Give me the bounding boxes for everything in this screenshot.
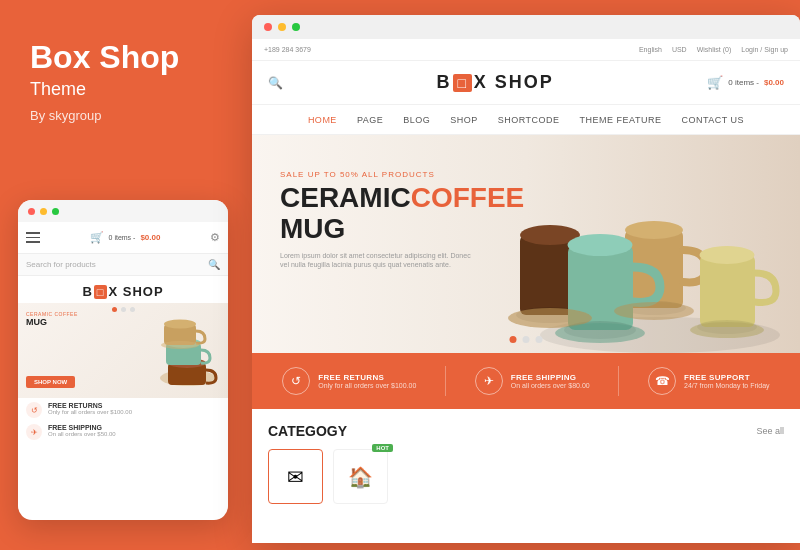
browser-mockup: +189 284 3679 English USD Wishlist (0) L… [252, 15, 800, 543]
hero-dot-1[interactable] [510, 336, 517, 343]
gear-icon[interactable]: ⚙ [210, 231, 220, 244]
hero-banner: SALE UP TO 50% ALL PRODUCTS CERAMICCOFFE… [252, 135, 800, 353]
svg-point-19 [700, 246, 755, 264]
hamburger-icon[interactable] [26, 232, 40, 243]
features-bar: ↺ FREE RETURNS Only for all orders over … [252, 353, 800, 409]
mobile-search-placeholder: Search for products [26, 260, 96, 269]
mobile-search-bar: Search for products 🔍 [18, 254, 228, 276]
mobile-cart-text: 0 items - [109, 234, 136, 241]
utility-bar: +189 284 3679 English USD Wishlist (0) L… [252, 39, 800, 61]
svg-rect-18 [700, 255, 755, 327]
feature-divider-1 [445, 366, 446, 396]
browser-dot-yellow [278, 23, 286, 31]
category-items: ✉ 🏠 HOT [268, 449, 784, 504]
search-icon[interactable]: 🔍 [208, 259, 220, 270]
site-header: 🔍 B□X SHOP 🛒 0 items - $0.00 [252, 61, 800, 105]
mobile-nav-bar: 🛒 0 items - $0.00 ⚙ [18, 222, 228, 254]
hero-title-mug: MUG [280, 213, 345, 244]
category-title: CATEGOGY [268, 423, 347, 439]
nav-shop[interactable]: SHOP [450, 115, 478, 125]
hero-dot-3[interactable] [536, 336, 543, 343]
wishlist-link[interactable]: Wishlist (0) [697, 46, 732, 53]
logo-box-icon: □ [453, 74, 471, 92]
feature-divider-2 [618, 366, 619, 396]
mobile-mockup: 🛒 0 items - $0.00 ⚙ Search for products … [18, 200, 228, 520]
hero-slide-indicators [510, 336, 543, 343]
mobile-cart-price: $0.00 [140, 233, 160, 242]
nav-contact[interactable]: CONTACT US [681, 115, 744, 125]
utility-phone: +189 284 3679 [264, 46, 311, 53]
hero-dot-2[interactable] [523, 336, 530, 343]
cart-icon: 🛒 [90, 231, 104, 244]
cart-label: 0 items - [728, 78, 759, 87]
login-link[interactable]: Login / Sign up [741, 46, 788, 53]
mobile-cart-area[interactable]: 🛒 0 items - $0.00 [90, 231, 161, 244]
nav-shortcode[interactable]: SHORTCODE [498, 115, 560, 125]
svg-point-22 [614, 302, 694, 320]
left-panel: Box Shop Theme By skygroup 🛒 0 items - $… [0, 0, 248, 550]
feature-support-desc: 24/7 from Monday to Friday [684, 382, 770, 389]
mobile-features: ↺ FREE RETURNS Only for all orders over … [18, 398, 228, 450]
mobile-feature-returns-content: FREE RETURNS Only for all orders over $1… [48, 402, 132, 415]
svg-point-24 [690, 322, 764, 338]
mobile-hero: CERAMIC COFFEE MUG SHOP NOW [18, 303, 228, 398]
mobile-feature-shipping-title: FREE SHIPPING [48, 424, 116, 431]
mobile-feature-shipping: ✈ FREE SHIPPING On all orders over $50.0… [26, 424, 220, 440]
mobile-cups-illustration [148, 308, 223, 388]
nav-theme-feature[interactable]: THEME FEATURE [580, 115, 662, 125]
mobile-dot-green [52, 208, 59, 215]
mobile-hero-title: MUG [26, 317, 78, 328]
header-cart[interactable]: 🛒 0 items - $0.00 [707, 75, 784, 90]
feature-support-title: FREE SUPPORT [684, 373, 770, 382]
svg-point-23 [555, 323, 645, 343]
shipping-icon: ✈ [475, 367, 503, 395]
utility-right-links: English USD Wishlist (0) Login / Sign up [639, 46, 788, 53]
hero-title-ceramic: CERAMIC [280, 182, 411, 213]
site-logo: B□X SHOP [436, 72, 554, 93]
category-item-1[interactable]: ✉ [268, 449, 323, 504]
mobile-feature-returns-title: FREE RETURNS [48, 402, 132, 409]
category-header: CATEGOGY See all [268, 423, 784, 439]
mobile-feature-returns: ↺ FREE RETURNS Only for all orders over … [26, 402, 220, 418]
nav-home[interactable]: HOME [308, 115, 337, 125]
feature-shipping-title: FREE SHIPPING [511, 373, 590, 382]
hero-cups-area [460, 135, 800, 353]
feature-returns-text: FREE RETURNS Only for all orders over $1… [318, 373, 416, 389]
feature-support-text: FREE SUPPORT 24/7 from Monday to Friday [684, 373, 770, 389]
support-icon: ☎ [648, 367, 676, 395]
feature-shipping-text: FREE SHIPPING On all orders over $80.00 [511, 373, 590, 389]
svg-point-7 [161, 341, 199, 349]
mobile-top-bar [18, 200, 228, 222]
shipping-icon: ✈ [26, 424, 42, 440]
mobile-shop-now-button[interactable]: SHOP NOW [26, 376, 75, 388]
mobile-logo: B□X SHOP [82, 284, 163, 299]
see-all-link[interactable]: See all [756, 426, 784, 436]
currency-selector[interactable]: USD [672, 46, 687, 53]
svg-point-13 [625, 221, 683, 239]
browser-dot-green [292, 23, 300, 31]
feature-returns-desc: Only for all orders over $100.00 [318, 382, 416, 389]
feature-shipping: ✈ FREE SHIPPING On all orders over $80.0… [475, 367, 590, 395]
app-subtitle: Theme [30, 79, 218, 100]
returns-icon: ↺ [282, 367, 310, 395]
nav-blog[interactable]: BLOG [403, 115, 430, 125]
header-search-icon[interactable]: 🔍 [268, 76, 283, 90]
cat-icon-2: 🏠 [348, 465, 373, 489]
category-item-2[interactable]: 🏠 HOT [333, 449, 388, 504]
mobile-hero-text: CERAMIC COFFEE MUG [26, 311, 78, 328]
mobile-dot-yellow [40, 208, 47, 215]
returns-icon: ↺ [26, 402, 42, 418]
feature-shipping-desc: On all orders over $80.00 [511, 382, 590, 389]
app-author: By skygroup [30, 108, 218, 123]
browser-dot-red [264, 23, 272, 31]
nav-page[interactable]: PAGE [357, 115, 383, 125]
category-section: CATEGOGY See all ✉ 🏠 HOT [252, 409, 800, 514]
mobile-logo-area: B□X SHOP [18, 276, 228, 303]
cart-price: $0.00 [764, 78, 784, 87]
mobile-dot-red [28, 208, 35, 215]
hot-badge: HOT [372, 444, 393, 452]
hero-description: Lorem ipsum dolor sit amet consectetur a… [280, 251, 480, 271]
svg-point-6 [164, 320, 196, 329]
language-selector[interactable]: English [639, 46, 662, 53]
app-title: Box Shop [30, 40, 218, 75]
